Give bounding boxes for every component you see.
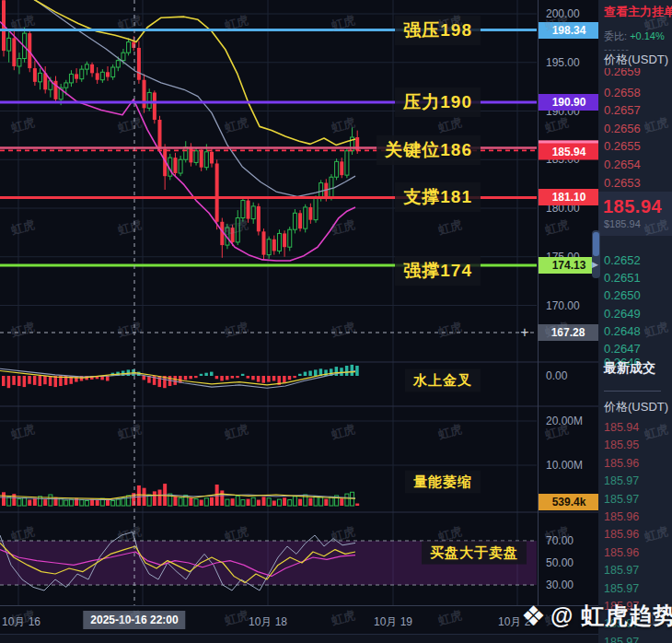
trade-row[interactable]: 185.94 — [604, 421, 639, 434]
trade-row[interactable]: 185.95 — [604, 438, 639, 451]
last-price-usd: $185.94 — [604, 218, 641, 229]
trade-row[interactable]: 185.97 — [604, 564, 639, 577]
orderbook-sidebar: 查看主力挂单 委比: +0.14% ------ 价格(USDT) 0.2659… — [598, 0, 672, 643]
brand-watermark: ❖ @ 虹虎趋势 — [521, 601, 672, 631]
ask-row[interactable]: 0.2655 — [604, 139, 641, 153]
trade-row[interactable]: 185.96 — [604, 510, 639, 523]
bid-row[interactable]: 0.2652 — [604, 253, 641, 267]
ask-row[interactable]: 0.2658 — [604, 85, 641, 99]
level-tag: 强压198 — [395, 16, 481, 45]
time-tick: 10月 18 — [249, 614, 287, 630]
divider — [604, 391, 661, 392]
trade-row[interactable]: 185.97 — [604, 582, 639, 595]
add-order-plus-icon[interactable]: + — [517, 325, 532, 340]
trade-row[interactable]: 185.96 — [604, 457, 639, 470]
time-axis[interactable]: 10月 1610月 1810月 1910月 20 2025-10-16 22:0… — [0, 605, 598, 635]
chart-plot[interactable] — [0, 0, 598, 605]
scroll-thumb[interactable] — [593, 232, 599, 256]
current-volume-label: 539.4k — [539, 494, 599, 510]
level-tag: 压力190 — [395, 88, 481, 117]
crosshair-time-label: 2025-10-16 22:00 — [83, 611, 185, 629]
bid-row[interactable]: 0.2647 — [604, 342, 641, 356]
binance-diamond-icon: ❖ — [521, 602, 546, 630]
brand-text: @ 虹虎趋势 — [550, 601, 672, 631]
trades-price-header: 价格(USDT) — [604, 399, 668, 415]
ask-row[interactable]: 0.2654 — [604, 158, 641, 171]
price-tick: 195.00 — [546, 56, 580, 69]
commission-ratio: 委比: +0.14% — [604, 29, 665, 43]
level-axis-label: 190.90 — [539, 94, 599, 111]
indicator-tick: 0.00 — [546, 369, 567, 382]
level-tag: 关键位186 — [377, 135, 481, 165]
ask-row[interactable]: 0.2656 — [604, 121, 641, 134]
annotation-tag: 水上金叉 — [405, 369, 481, 392]
bid-row[interactable]: 0.2649 — [604, 306, 641, 320]
chart-canvas[interactable]: 200.00195.00190.00185.00180.00175.00170.… — [0, 0, 598, 643]
ask-row[interactable]: 0.2653 — [604, 175, 641, 189]
indicator-tick: 10.00M — [546, 459, 583, 472]
indicator-tick: 20.00M — [546, 415, 583, 427]
bid-row[interactable]: 0.2650 — [604, 288, 641, 302]
bid-row[interactable]: 0.2651 — [604, 271, 641, 285]
trade-row[interactable]: 185.97 — [604, 493, 639, 506]
indicator-tick: 50.00 — [546, 556, 574, 569]
view-main-orders-link[interactable]: 查看主力挂单 — [604, 4, 672, 20]
indicator-tick: 30.00 — [546, 579, 574, 591]
ask-row[interactable]: 0.2657 — [604, 103, 641, 117]
level-tag: 强撑174 — [395, 256, 481, 286]
level-axis-label: 198.34 — [539, 22, 599, 39]
annotation-tag: 买盘大于卖盘 — [422, 542, 527, 565]
bid-row[interactable]: 0.2648 — [604, 323, 641, 337]
trade-row[interactable]: 185.97 — [604, 636, 639, 643]
last-price: 185.94 — [603, 196, 662, 217]
ratio-value: +0.14% — [630, 30, 665, 41]
trade-row[interactable]: 185.96 — [604, 546, 639, 559]
chevron-right-icon: ▶ — [592, 260, 598, 269]
ask-row[interactable]: 0.2659 — [604, 68, 668, 79]
level-axis-label: 181.10 — [539, 189, 599, 205]
latest-trades-header: 最新成交 — [604, 360, 655, 377]
indicator-tick: 70.00 — [546, 534, 574, 547]
last-price-block[interactable]: 185.94 $185.94 — [598, 192, 672, 236]
price-tick: 200.00 — [546, 7, 580, 20]
sidebar-scroll-handle[interactable]: ▶ — [592, 230, 600, 278]
trade-row[interactable]: 185.96 — [604, 528, 639, 541]
price-axis[interactable]: 200.00195.00190.00185.00180.00175.00170.… — [538, 0, 599, 605]
orderbook-price-header: 价格(USDT) — [604, 52, 668, 68]
annotation-tag: 量能萎缩 — [405, 471, 481, 494]
ratio-label: 委比: — [604, 30, 627, 41]
level-axis-label: 174.13 — [539, 257, 599, 274]
bottom-toolbar-strip — [0, 634, 598, 643]
time-tick: 10月 16 — [2, 614, 41, 630]
trade-row[interactable]: 185.97 — [604, 474, 639, 487]
crosshair-price-label: 167.28 — [538, 324, 598, 341]
price-tick: 170.00 — [546, 299, 580, 312]
level-axis-label: 185.94 — [539, 141, 599, 160]
time-tick: 10月 19 — [374, 614, 412, 630]
level-tag: 支撑181 — [395, 182, 481, 212]
